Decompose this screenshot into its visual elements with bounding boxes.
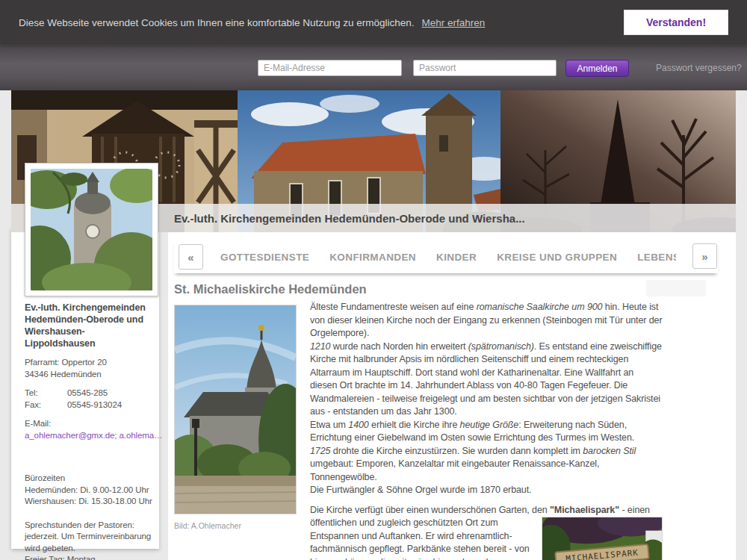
tab-lebensfeste[interactable]: LEBENSFESTE: [637, 252, 676, 263]
michaelispark-image: MICHAELISPARK: [542, 517, 663, 560]
consultation-line: jederzeit. Um Terminvereinbarung wird ge…: [25, 531, 153, 554]
sidebar-contact-info: Ev.-luth. Kirchengemeinden Hedemünden-Ob…: [25, 302, 153, 560]
forgot-password-link[interactable]: Passwort vergessen?: [656, 63, 742, 73]
tab-kinder[interactable]: KINDER: [436, 252, 477, 263]
login-button[interactable]: Anmelden: [565, 60, 629, 77]
nav-tabs: GOTTESDIENSTE KONFIRMANDEN KINDER KREISE…: [220, 252, 676, 263]
photo-caption: Bild: A.Ohlemacher: [174, 521, 241, 530]
sidebar-consultation: Sprechstunden der Pastoren: jederzeit. U…: [25, 520, 153, 560]
email-link[interactable]: a_ohlemacher@gmx.de; a.ohlema…: [25, 430, 153, 442]
tel-value: 05545-285: [67, 388, 108, 397]
office-hours-line: Hedemünden: Di. 9.00-12.00 Uhr: [25, 485, 153, 497]
login-bar: Anmelden Passwort vergessen?: [0, 45, 747, 90]
consultation-line: Freier Tag: Montag.: [25, 554, 153, 560]
address-line: Pfarramt: Oppertor 20: [25, 357, 153, 369]
email-label: E-Mail:: [25, 418, 153, 430]
faded-ghost-element: [646, 280, 706, 296]
office-hours-title: Bürozeiten: [25, 473, 153, 485]
chevron-left-icon: «: [187, 251, 193, 264]
sidebar-office-hours: Bürozeiten Hedemünden: Di. 9.00-12.00 Uh…: [25, 473, 153, 508]
nav-prev-button[interactable]: «: [179, 244, 203, 270]
sidebar-phone: Tel:05545-285 Fax:05545-913024: [25, 388, 153, 411]
cookie-more-link[interactable]: Mehr erfahren: [422, 17, 486, 28]
tel-row: Tel:05545-285: [25, 388, 153, 399]
sidebar-org-name: Ev.-luth. Kirchengemeinden Hedemünden-Ob…: [25, 302, 153, 349]
nav-next-button[interactable]: »: [692, 243, 717, 269]
church-tower-thumbnail: [31, 169, 152, 290]
cookie-accept-button[interactable]: Verstanden!: [624, 10, 728, 35]
fax-label: Fax:: [25, 399, 67, 411]
michaelispark-photo-block: MICHAELISPARK Bild: A.Ohlemacher: [542, 517, 663, 560]
chevron-right-icon: »: [701, 250, 707, 263]
page-title: St. Michaeliskirche Hedemünden: [174, 282, 367, 296]
sidebar-church-tower-photo: [25, 163, 158, 296]
michaeliskirche-image: [175, 305, 296, 514]
email-input[interactable]: [258, 60, 402, 76]
site-title: Ev.-luth. Kirchengemeinden Hedemünden-Ob…: [174, 212, 525, 225]
park-paragraph: Die Kirche verfügt über einen wunderschö…: [310, 504, 663, 560]
sidebar-address: Pfarramt: Oppertor 20 34346 Hedemünden: [25, 357, 153, 380]
history-paragraph: Älteste Fundamentreste weisen auf eine r…: [310, 301, 663, 497]
article-body: Älteste Fundamentreste weisen auf eine r…: [310, 301, 663, 560]
church-photo: [174, 305, 297, 514]
tel-label: Tel:: [25, 388, 67, 399]
fax-row: Fax:05545-913024: [25, 399, 153, 411]
address-line: 34346 Hedemünden: [25, 369, 153, 381]
consultation-line: Sprechstunden der Pastoren:: [25, 520, 153, 532]
sidebar-email: E-Mail: a_ohlemacher@gmx.de; a.ohlema…: [25, 418, 153, 441]
fax-value: 05545-913024: [67, 400, 122, 409]
cookie-message: Diese Webseite verwendet Cookies um Ihne…: [19, 17, 415, 28]
password-input[interactable]: [413, 60, 557, 76]
tab-kreise-und-gruppen[interactable]: KREISE UND GRUPPEN: [497, 252, 617, 263]
office-hours-line: Wiershausen: Di. 15.30-18.00 Uhr: [25, 496, 153, 508]
tab-gottesdienste[interactable]: GOTTESDIENSTE: [220, 252, 309, 263]
cookie-banner: Diese Webseite verwendet Cookies um Ihne…: [0, 0, 747, 45]
section-navbar: « GOTTESDIENSTE KONFIRMANDEN KINDER KREI…: [174, 240, 718, 273]
tab-konfirmanden[interactable]: KONFIRMANDEN: [329, 252, 416, 263]
